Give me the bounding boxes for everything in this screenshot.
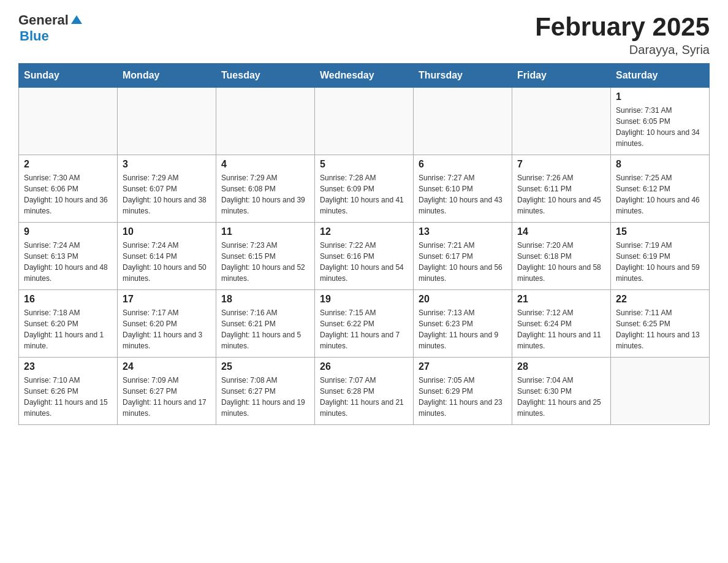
logo-general-text: General xyxy=(18,12,69,28)
day-number: 2 xyxy=(24,159,112,170)
page-header: General Blue February 2025 Darayya, Syri… xyxy=(18,12,710,57)
header-thursday: Thursday xyxy=(414,64,512,88)
day-info: Sunrise: 7:29 AMSunset: 6:08 PMDaylight:… xyxy=(221,172,309,216)
calendar-cell: 4Sunrise: 7:29 AMSunset: 6:08 PMDaylight… xyxy=(216,155,315,223)
calendar-cell: 8Sunrise: 7:25 AMSunset: 6:12 PMDaylight… xyxy=(611,155,710,223)
calendar-cell: 15Sunrise: 7:19 AMSunset: 6:19 PMDayligh… xyxy=(611,223,710,290)
calendar-cell: 18Sunrise: 7:16 AMSunset: 6:21 PMDayligh… xyxy=(216,290,315,358)
day-number: 22 xyxy=(616,294,704,305)
calendar-week-row: 23Sunrise: 7:10 AMSunset: 6:26 PMDayligh… xyxy=(19,358,710,425)
day-info: Sunrise: 7:21 AMSunset: 6:17 PMDaylight:… xyxy=(419,240,507,284)
day-number: 23 xyxy=(24,361,112,372)
calendar-cell: 5Sunrise: 7:28 AMSunset: 6:09 PMDaylight… xyxy=(315,155,414,223)
calendar-cell xyxy=(315,88,414,155)
calendar-cell: 9Sunrise: 7:24 AMSunset: 6:13 PMDaylight… xyxy=(19,223,118,290)
day-number: 11 xyxy=(221,226,309,237)
calendar-cell xyxy=(19,88,118,155)
day-number: 21 xyxy=(517,294,605,305)
calendar-cell: 14Sunrise: 7:20 AMSunset: 6:18 PMDayligh… xyxy=(512,223,611,290)
header-friday: Friday xyxy=(512,64,611,88)
day-number: 24 xyxy=(123,361,211,372)
day-info: Sunrise: 7:23 AMSunset: 6:15 PMDaylight:… xyxy=(221,240,309,284)
day-info: Sunrise: 7:09 AMSunset: 6:27 PMDaylight:… xyxy=(123,375,211,419)
day-info: Sunrise: 7:19 AMSunset: 6:19 PMDaylight:… xyxy=(616,240,704,284)
day-number: 12 xyxy=(320,226,408,237)
day-number: 5 xyxy=(320,159,408,170)
day-number: 25 xyxy=(221,361,309,372)
calendar-cell: 28Sunrise: 7:04 AMSunset: 6:30 PMDayligh… xyxy=(512,358,611,425)
calendar-cell xyxy=(414,88,512,155)
calendar-subtitle: Darayya, Syria xyxy=(535,43,710,57)
day-info: Sunrise: 7:18 AMSunset: 6:20 PMDaylight:… xyxy=(24,307,112,351)
logo: General Blue xyxy=(18,12,83,44)
logo-blue-text: Blue xyxy=(20,28,83,44)
day-info: Sunrise: 7:10 AMSunset: 6:26 PMDaylight:… xyxy=(24,375,112,419)
calendar-cell: 13Sunrise: 7:21 AMSunset: 6:17 PMDayligh… xyxy=(414,223,512,290)
calendar-cell: 2Sunrise: 7:30 AMSunset: 6:06 PMDaylight… xyxy=(19,155,118,223)
calendar-cell: 16Sunrise: 7:18 AMSunset: 6:20 PMDayligh… xyxy=(19,290,118,358)
day-info: Sunrise: 7:27 AMSunset: 6:10 PMDaylight:… xyxy=(419,172,507,216)
day-info: Sunrise: 7:24 AMSunset: 6:14 PMDaylight:… xyxy=(123,240,211,284)
header-tuesday: Tuesday xyxy=(216,64,315,88)
calendar-cell: 25Sunrise: 7:08 AMSunset: 6:27 PMDayligh… xyxy=(216,358,315,425)
day-info: Sunrise: 7:30 AMSunset: 6:06 PMDaylight:… xyxy=(24,172,112,216)
day-info: Sunrise: 7:24 AMSunset: 6:13 PMDaylight:… xyxy=(24,240,112,284)
day-info: Sunrise: 7:28 AMSunset: 6:09 PMDaylight:… xyxy=(320,172,408,216)
day-number: 19 xyxy=(320,294,408,305)
day-number: 1 xyxy=(616,91,704,102)
day-info: Sunrise: 7:16 AMSunset: 6:21 PMDaylight:… xyxy=(221,307,309,351)
calendar-cell: 7Sunrise: 7:26 AMSunset: 6:11 PMDaylight… xyxy=(512,155,611,223)
calendar-cell: 19Sunrise: 7:15 AMSunset: 6:22 PMDayligh… xyxy=(315,290,414,358)
calendar-cell: 10Sunrise: 7:24 AMSunset: 6:14 PMDayligh… xyxy=(118,223,216,290)
calendar-cell: 23Sunrise: 7:10 AMSunset: 6:26 PMDayligh… xyxy=(19,358,118,425)
day-number: 4 xyxy=(221,159,309,170)
day-info: Sunrise: 7:25 AMSunset: 6:12 PMDaylight:… xyxy=(616,172,704,216)
day-info: Sunrise: 7:26 AMSunset: 6:11 PMDaylight:… xyxy=(517,172,605,216)
day-number: 14 xyxy=(517,226,605,237)
calendar-cell: 22Sunrise: 7:11 AMSunset: 6:25 PMDayligh… xyxy=(611,290,710,358)
calendar-cell: 11Sunrise: 7:23 AMSunset: 6:15 PMDayligh… xyxy=(216,223,315,290)
day-info: Sunrise: 7:08 AMSunset: 6:27 PMDaylight:… xyxy=(221,375,309,419)
calendar-cell: 6Sunrise: 7:27 AMSunset: 6:10 PMDaylight… xyxy=(414,155,512,223)
day-number: 16 xyxy=(24,294,112,305)
calendar-cell xyxy=(118,88,216,155)
day-info: Sunrise: 7:05 AMSunset: 6:29 PMDaylight:… xyxy=(419,375,507,419)
calendar-cell: 20Sunrise: 7:13 AMSunset: 6:23 PMDayligh… xyxy=(414,290,512,358)
day-info: Sunrise: 7:12 AMSunset: 6:24 PMDaylight:… xyxy=(517,307,605,351)
day-number: 3 xyxy=(123,159,211,170)
calendar-cell: 12Sunrise: 7:22 AMSunset: 6:16 PMDayligh… xyxy=(315,223,414,290)
day-number: 6 xyxy=(419,159,507,170)
day-number: 27 xyxy=(419,361,507,372)
day-number: 8 xyxy=(616,159,704,170)
calendar-week-row: 9Sunrise: 7:24 AMSunset: 6:13 PMDaylight… xyxy=(19,223,710,290)
calendar-cell: 17Sunrise: 7:17 AMSunset: 6:20 PMDayligh… xyxy=(118,290,216,358)
day-number: 7 xyxy=(517,159,605,170)
title-section: February 2025 Darayya, Syria xyxy=(535,12,710,57)
day-info: Sunrise: 7:11 AMSunset: 6:25 PMDaylight:… xyxy=(616,307,704,351)
day-number: 9 xyxy=(24,226,112,237)
calendar-week-row: 16Sunrise: 7:18 AMSunset: 6:20 PMDayligh… xyxy=(19,290,710,358)
calendar-cell: 3Sunrise: 7:29 AMSunset: 6:07 PMDaylight… xyxy=(118,155,216,223)
day-number: 10 xyxy=(123,226,211,237)
header-wednesday: Wednesday xyxy=(315,64,414,88)
day-info: Sunrise: 7:20 AMSunset: 6:18 PMDaylight:… xyxy=(517,240,605,284)
header-sunday: Sunday xyxy=(19,64,118,88)
day-number: 18 xyxy=(221,294,309,305)
day-info: Sunrise: 7:22 AMSunset: 6:16 PMDaylight:… xyxy=(320,240,408,284)
calendar-cell: 1Sunrise: 7:31 AMSunset: 6:05 PMDaylight… xyxy=(611,88,710,155)
day-info: Sunrise: 7:17 AMSunset: 6:20 PMDaylight:… xyxy=(123,307,211,351)
day-number: 17 xyxy=(123,294,211,305)
svg-marker-0 xyxy=(71,15,82,24)
calendar-table: SundayMondayTuesdayWednesdayThursdayFrid… xyxy=(18,63,710,425)
day-number: 26 xyxy=(320,361,408,372)
day-number: 13 xyxy=(419,226,507,237)
day-info: Sunrise: 7:04 AMSunset: 6:30 PMDaylight:… xyxy=(517,375,605,419)
calendar-title: February 2025 xyxy=(535,12,710,42)
calendar-cell: 27Sunrise: 7:05 AMSunset: 6:29 PMDayligh… xyxy=(414,358,512,425)
day-info: Sunrise: 7:31 AMSunset: 6:05 PMDaylight:… xyxy=(616,105,704,149)
header-monday: Monday xyxy=(118,64,216,88)
calendar-header-row: SundayMondayTuesdayWednesdayThursdayFrid… xyxy=(19,64,710,88)
day-info: Sunrise: 7:29 AMSunset: 6:07 PMDaylight:… xyxy=(123,172,211,216)
day-number: 20 xyxy=(419,294,507,305)
calendar-week-row: 2Sunrise: 7:30 AMSunset: 6:06 PMDaylight… xyxy=(19,155,710,223)
